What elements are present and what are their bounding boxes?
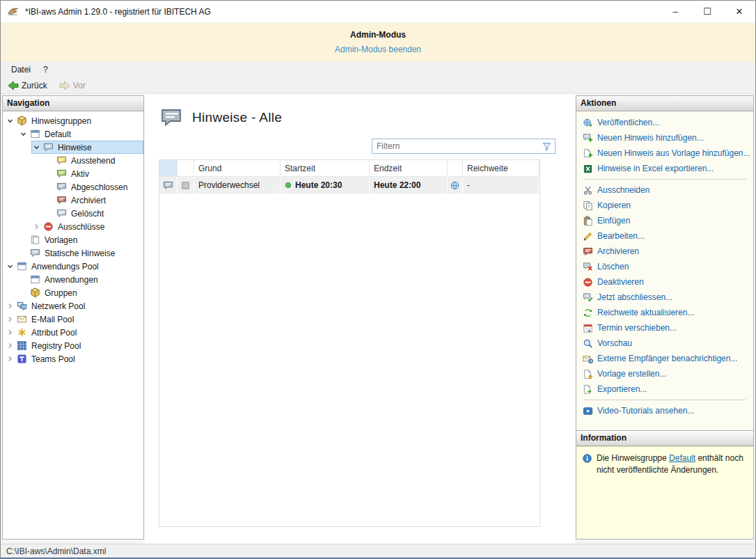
video-play-icon — [583, 406, 593, 416]
expander-collapsed-icon[interactable] — [6, 341, 15, 350]
speech-bubble-gray-icon — [56, 208, 67, 219]
tree-item-vorlagen[interactable]: Vorlagen — [3, 233, 143, 246]
separator — [583, 400, 746, 400]
statusbar-path: C:\IBI-aws\Admin\Data.xml — [6, 546, 106, 556]
column-header-startzeit[interactable]: Startzeit — [281, 160, 370, 176]
expander-expanded-icon[interactable] — [6, 262, 15, 271]
attribute-asterisk-icon — [17, 327, 27, 338]
tree-item-hinweise[interactable]: Hinweise — [3, 141, 143, 154]
admin-mode-exit-link[interactable]: Admin-Modus beenden — [335, 45, 421, 54]
action-exportieren[interactable]: Exportieren... — [576, 381, 753, 397]
default-group-link[interactable]: Default — [669, 453, 695, 463]
action-neuen-hinweis-hinzufuegen[interactable]: Neuen Hinweis hinzufügen... — [576, 130, 753, 145]
cell-endzeit: Heute 22:00 — [370, 177, 448, 194]
expander-collapsed-icon[interactable] — [6, 328, 15, 337]
action-vorschau[interactable]: Vorschau — [576, 336, 753, 351]
content-area: Navigation Hinweisgruppen Default Hinwei… — [1, 94, 755, 544]
pages-icon — [30, 235, 40, 245]
form-window-icon — [17, 261, 27, 271]
speech-bubble-green-icon — [56, 168, 67, 179]
tree-item-geloescht[interactable]: Gelöscht — [3, 207, 143, 220]
navigation-tree: Hinweisgruppen Default Hinweise Ausstehe… — [3, 111, 143, 539]
close-button[interactable]: ✕ — [723, 1, 755, 23]
actions-list: Veröffentlichen... Neuen Hinweis hinzufü… — [576, 111, 753, 430]
tree-item-ausstehend[interactable]: Ausstehend — [3, 154, 143, 167]
expander-collapsed-icon[interactable] — [32, 222, 41, 231]
tree-item-archiviert[interactable]: Archiviert — [3, 194, 143, 207]
navigation-panel: Navigation Hinweisgruppen Default Hinwei… — [2, 95, 144, 540]
action-reichweite-aktualisieren[interactable]: Reichweite aktualisieren... — [576, 305, 753, 320]
tree-item-default[interactable]: Default — [3, 127, 143, 141]
cell-grund: Providerwechsel — [194, 177, 281, 194]
speech-bubble-icon — [163, 180, 173, 191]
action-excel-exportieren[interactable]: Hinweise in Excel exportieren... — [576, 161, 753, 176]
window-title: *IBI-aws Admin 1.29.0 - registriert für … — [25, 7, 211, 17]
action-veroeffentlichen[interactable]: Veröffentlichen... — [576, 115, 753, 130]
information-header: Information — [576, 430, 753, 446]
tree-item-anwendungs-pool[interactable]: Anwendungs Pool — [3, 260, 143, 273]
column-header-grund[interactable]: Grund — [194, 160, 281, 176]
expander-collapsed-icon[interactable] — [6, 301, 15, 310]
delete-red-x-icon — [583, 262, 593, 272]
action-termin-verschieben[interactable]: Termin verschieben... — [576, 320, 753, 336]
actions-panel: Aktionen Veröffentlichen... Neuen Hinwei… — [576, 95, 754, 540]
pencil-edit-icon — [583, 231, 593, 242]
tree-item-statische-hinweise[interactable]: Statische Hinweise — [3, 246, 143, 260]
filter-box[interactable] — [372, 139, 556, 154]
form-window-icon — [30, 129, 40, 139]
tree-item-netzwerk-pool[interactable]: Netzwerk Pool — [3, 299, 143, 313]
action-deaktivieren[interactable]: Deaktivieren — [576, 274, 753, 290]
expander-expanded-icon[interactable] — [32, 143, 41, 152]
action-neuen-hinweis-aus-vorlage[interactable]: Neuen Hinweis aus Vorlage hinzufügen... — [576, 145, 753, 161]
tree-item-gruppen[interactable]: Gruppen — [3, 286, 143, 299]
tree-item-email-pool[interactable]: E-Mail Pool — [3, 313, 143, 326]
tree-item-attribut-pool[interactable]: Attribut Pool — [3, 326, 143, 339]
template-page-icon — [583, 369, 593, 379]
action-loeschen[interactable]: Löschen — [576, 259, 753, 274]
action-vorlage-erstellen[interactable]: Vorlage erstellen... — [576, 366, 753, 381]
table-row[interactable]: Providerwechsel Heute 20:30 Heute 22:00 … — [159, 177, 540, 194]
tree-item-registry-pool[interactable]: Registry Pool — [3, 339, 143, 352]
action-kopieren[interactable]: Kopieren — [576, 198, 753, 213]
expander-collapsed-icon[interactable] — [6, 354, 15, 363]
filter-input[interactable] — [372, 141, 542, 151]
column-header-reichweite-icon[interactable] — [448, 160, 463, 176]
table-header: Grund Startzeit Endzeit Reichweite — [159, 160, 540, 177]
tree-item-anwendungen[interactable]: Anwendungen — [3, 273, 143, 286]
back-button[interactable]: Zurück — [3, 79, 52, 93]
forward-button[interactable]: Vor — [54, 79, 90, 93]
speech-bubble-red-icon — [56, 195, 67, 205]
cell-startzeit: Heute 20:30 — [281, 177, 370, 194]
action-ausschneiden[interactable]: Ausschneiden — [576, 182, 753, 198]
tree-item-aktiv[interactable]: Aktiv — [3, 167, 143, 180]
expander-expanded-icon[interactable] — [19, 129, 28, 139]
tree-item-abgeschlossen[interactable]: Abgeschlossen — [3, 180, 143, 194]
speech-bubble-yellow-icon — [56, 155, 67, 166]
no-entry-icon — [43, 221, 54, 232]
action-jetzt-abschliessen[interactable]: Jetzt abschliessen... — [576, 290, 753, 305]
action-bearbeiten[interactable]: Bearbeiten... — [576, 228, 753, 244]
tree-item-teams-pool[interactable]: Teams Pool — [3, 352, 143, 365]
action-archivieren[interactable]: Archivieren — [576, 244, 753, 259]
expander-collapsed-icon[interactable] — [6, 315, 15, 324]
speech-bubble-blue-icon — [56, 182, 67, 192]
menu-help[interactable]: ? — [37, 63, 54, 77]
information-message: Die Hinweisgruppe Default enthält noch n… — [597, 452, 748, 476]
menu-datei[interactable]: Datei — [5, 63, 37, 77]
action-einfuegen[interactable]: Einfügen — [576, 213, 753, 228]
group-cube-icon — [17, 116, 27, 126]
minimize-button[interactable]: – — [659, 1, 691, 23]
maximize-button[interactable]: ☐ — [691, 1, 723, 23]
info-circle-icon — [582, 453, 592, 464]
column-header-endzeit[interactable]: Endzeit — [370, 160, 448, 176]
action-video-tutorials[interactable]: Video-Tutorials ansehen... — [576, 403, 753, 418]
action-externe-empfaenger[interactable]: Externe Empfänger benachrichtigen... — [576, 351, 753, 366]
tree-item-hinweisgruppen[interactable]: Hinweisgruppen — [3, 114, 143, 127]
magnifier-preview-icon — [583, 338, 593, 349]
expander-expanded-icon[interactable] — [6, 116, 15, 125]
column-header-reichweite[interactable]: Reichweite — [463, 160, 540, 176]
column-header-type[interactable] — [159, 160, 178, 176]
column-header-flag[interactable] — [178, 160, 194, 176]
filter-funnel-icon[interactable] — [542, 141, 552, 152]
tree-item-ausschluesse[interactable]: Ausschlüsse — [3, 220, 143, 233]
